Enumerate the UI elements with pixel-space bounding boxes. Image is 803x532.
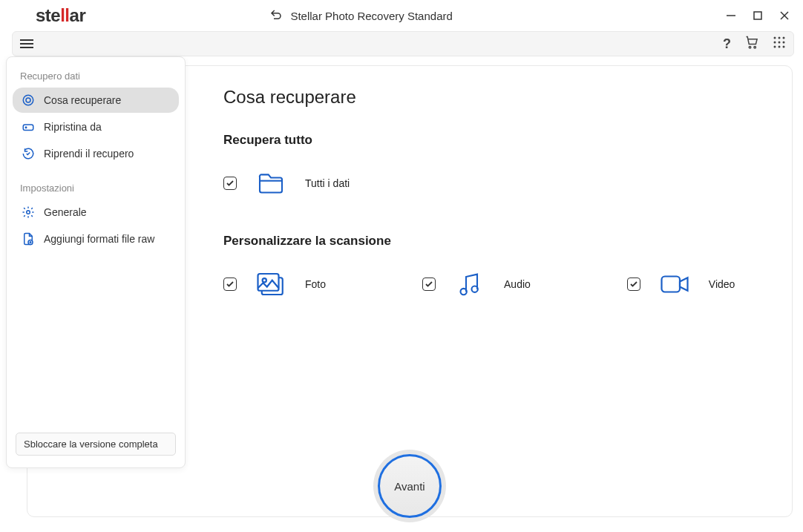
svg-point-22 — [23, 95, 33, 105]
folder-icon — [255, 167, 287, 200]
sidebar: Recupero dati Cosa recuperare Ripristina… — [6, 56, 186, 468]
svg-point-23 — [26, 98, 30, 102]
unlock-full-version-button[interactable]: Sbloccare la versione completa — [16, 433, 176, 456]
sidebar-item-label: Aggiungi formati file raw — [44, 233, 154, 245]
checkbox-all-data[interactable] — [223, 177, 237, 190]
svg-point-11 — [783, 42, 785, 44]
apps-icon[interactable] — [773, 36, 786, 52]
checkbox-audio[interactable] — [422, 278, 436, 291]
svg-point-7 — [779, 37, 781, 39]
target-icon — [22, 93, 35, 107]
option-all-data[interactable]: Tutti i dati — [223, 167, 350, 200]
sidebar-item-restore-from[interactable]: Ripristina da — [13, 114, 179, 139]
sidebar-item-resume[interactable]: Riprendi il recupero — [13, 141, 179, 166]
menu-button[interactable] — [20, 39, 33, 48]
option-label: Tutti i dati — [305, 177, 350, 189]
svg-rect-16 — [262, 278, 283, 295]
svg-rect-17 — [258, 274, 279, 291]
option-label: Video — [709, 278, 735, 290]
svg-point-20 — [472, 286, 478, 292]
sidebar-item-label: Riprendi il recupero — [44, 148, 134, 160]
section-customize: Personalizzare la scansione — [223, 234, 762, 249]
app-logo: stellar — [36, 5, 85, 26]
minimize-button[interactable] — [726, 10, 736, 21]
sidebar-item-label: Ripristina da — [44, 121, 102, 133]
drive-icon — [22, 120, 35, 134]
svg-point-19 — [461, 289, 467, 295]
window-title: Stellar Photo Recovery Standard — [85, 8, 726, 24]
gear-icon — [22, 206, 35, 219]
svg-point-26 — [27, 211, 30, 214]
photo-icon — [255, 268, 287, 301]
svg-point-14 — [783, 46, 785, 48]
sidebar-item-what-recover[interactable]: Cosa recuperare — [13, 88, 179, 113]
resume-icon — [22, 147, 35, 160]
maximize-button[interactable] — [753, 10, 763, 21]
sidebar-item-general[interactable]: Generale — [13, 200, 179, 225]
svg-point-13 — [779, 46, 781, 48]
page-title: Cosa recuperare — [223, 87, 762, 108]
checkbox-photo[interactable] — [223, 278, 237, 291]
help-icon[interactable]: ? — [723, 36, 731, 52]
svg-point-9 — [774, 42, 776, 44]
option-photo[interactable]: Foto — [223, 268, 326, 301]
svg-rect-1 — [754, 12, 761, 19]
next-button[interactable]: Avanti — [378, 454, 442, 518]
close-button[interactable] — [779, 10, 790, 21]
file-add-icon — [22, 232, 35, 246]
option-label: Foto — [305, 278, 326, 290]
svg-point-25 — [25, 127, 27, 128]
cart-icon[interactable] — [744, 35, 759, 53]
option-label: Audio — [504, 278, 531, 290]
option-audio[interactable]: Audio — [422, 268, 531, 301]
svg-rect-24 — [23, 125, 33, 131]
checkbox-video[interactable] — [627, 278, 640, 291]
svg-point-6 — [774, 37, 776, 39]
sidebar-section-settings: Impostazioni — [13, 178, 179, 200]
audio-icon — [453, 268, 486, 301]
video-icon — [658, 268, 691, 301]
back-icon[interactable] — [269, 8, 283, 24]
svg-point-18 — [263, 278, 266, 282]
sidebar-item-raw-formats[interactable]: Aggiungi formati file raw — [13, 226, 179, 252]
option-video[interactable]: Video — [627, 268, 735, 301]
svg-point-8 — [783, 37, 785, 39]
sidebar-item-label: Cosa recuperare — [44, 94, 121, 106]
svg-point-5 — [754, 46, 756, 47]
section-recover-all: Recupera tutto — [223, 133, 762, 148]
svg-point-12 — [774, 46, 776, 48]
svg-point-10 — [779, 42, 781, 44]
svg-point-4 — [749, 46, 751, 47]
sidebar-section-recovery: Recupero dati — [13, 66, 179, 88]
sidebar-item-label: Generale — [44, 206, 87, 218]
svg-rect-21 — [661, 277, 680, 292]
